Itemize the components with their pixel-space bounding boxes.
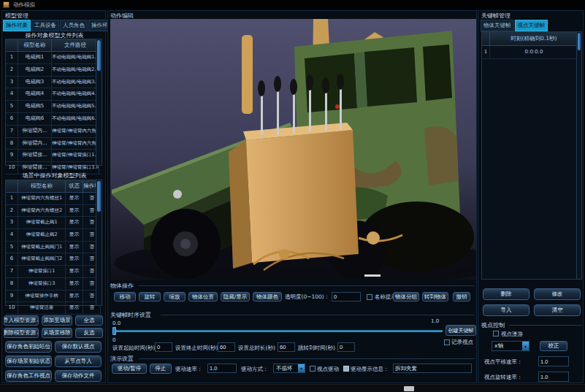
taskbar-icon[interactable] [404,386,414,391]
tab-viewpoint-keyframe[interactable]: 视点关键帧 [515,20,548,31]
right-panel-title: 关键帧管理 [481,12,511,20]
drive-info-input[interactable] [393,364,472,373]
axis-select[interactable]: x轴 ▾ [492,341,529,351]
stop-button[interactable]: 停止 [150,364,172,374]
start-time-input[interactable] [155,342,172,352]
table-row[interactable]: 6 电磁阀6 不动电磁阀/电磁阀6.ive [6,113,102,126]
scrollbar-thumb[interactable] [97,181,101,212]
name-hint-checkbox[interactable] [367,294,372,300]
import-from-node-button[interactable]: 从节点导入 [55,356,102,367]
tab-operation-object[interactable]: 操作对象 [3,20,31,31]
table-row[interactable]: 2 伸缩臂内六角螺丝2 显示 否 [6,205,102,218]
create-keyframe-button[interactable]: 创建关键帧 [446,325,476,336]
opacity-label: 透明度(0~100)： [285,293,329,301]
table-row[interactable]: 5 电磁阀5 不动电磁阀/电磁阀5.ive [6,101,102,113]
save-default-view-button[interactable]: 保存默认视点 [55,341,102,353]
scale-button[interactable]: 缩放 [164,292,186,301]
add-to-scene-button[interactable]: 添加至场景 [42,315,72,326]
correct-button[interactable]: 校正 [540,341,567,351]
import-keyframe-button[interactable]: 导入 [483,304,529,316]
keyframe-table-scrollbar[interactable] [576,32,581,279]
drive-pause-button[interactable]: 驱动/暂停 [112,364,147,374]
tab-personnel-role[interactable]: 人员角色 [60,20,88,31]
table-row[interactable]: 9 伸缩臂操作手柄 显示 否 [6,291,102,303]
dropdown-arrow-icon: ▾ [522,342,529,350]
tab-object-keyframe[interactable]: 物体关键帧 [481,20,514,31]
save-action-file-button[interactable]: 保存动作文件 [55,370,102,382]
drive-info-label: 驱动显示信息： [351,366,389,373]
table-row[interactable]: 2 电磁阀2 不动电磁阀/电磁阀2.ive [6,64,102,77]
table-row[interactable]: 7 伸缩臂接口1 显示 否 [6,266,102,278]
modify-keyframe-button[interactable]: 修改 [534,288,581,300]
record-viewpoint-label: 记录视点 [451,339,473,346]
scrollbar-thumb[interactable] [97,40,101,71]
title-bar: 动作模拟 [0,0,585,9]
delete-keyframe-button[interactable]: 删除 [483,288,529,300]
table-row[interactable]: 3 伸缩臂截止阀1 显示 否 [6,217,102,229]
object-group-button[interactable]: 物体分组 [393,292,419,301]
delete-model-button[interactable]: 删除模型资源▾ [4,328,39,338]
scene-table-scrollbar[interactable] [96,180,102,305]
jump-time-input[interactable] [337,342,355,352]
undo-button[interactable]: 撤销 [453,292,470,301]
table-row[interactable]: 5 伸缩臂截止阀阀门1 显示 否 [6,242,102,254]
app-icon [3,1,9,8]
import-model-button[interactable]: 导入模型资源▾ [4,315,39,326]
hide-show-button[interactable]: 隐藏/显示 [221,292,250,301]
viewpoint-roam-checkbox[interactable] [493,331,499,337]
model-management-panel: 模型管理 操作对象 工具设备 人员角色 操作环境 操作对象模型文件列表 模型名称… [1,10,106,383]
action-edit-panel: 动作编辑 [107,10,477,383]
timeline-slider-track[interactable] [112,330,443,332]
table-row[interactable]: 6 伸缩臂截止阀阀门2 显示 否 [6,253,102,266]
slider-handle[interactable] [112,327,116,335]
viewport-3d[interactable] [110,19,476,280]
start-time-label: 设置起始时间(秒)： [112,345,161,352]
save-role-init-pos-button[interactable]: 保存角色初始站位 [5,341,52,353]
table-row[interactable]: 1 伸缩臂内六角螺丝1 显示 否 [6,193,102,205]
goto-object-button[interactable]: 转到物体 [422,292,448,301]
keyframe-tabs: 物体关键帧 视点关键帧 [481,20,548,31]
opacity-input[interactable] [332,292,361,301]
table-row[interactable]: 8 伸缩臂接口3 显示 否 [6,278,102,291]
table-row[interactable]: 3 电磁阀3 不动电磁阀/电磁阀3.ive [6,77,102,89]
object-position-button[interactable]: 物体位置 [188,292,218,301]
remove-from-scene-button[interactable]: 从场景移除 [42,328,72,338]
rotate-button[interactable]: 旋转 [139,292,161,301]
drive-info-checkbox[interactable] [343,366,349,372]
table-row[interactable]: 10 伸缩臂活塞 显示 否 [6,302,102,315]
save-role-work-view-button[interactable]: 保存角色工作视点 [5,370,52,382]
col-model-name: 模型名称 [18,39,52,51]
rot-rate-input[interactable] [538,372,569,382]
jump-time-label: 跳转到时间(秒)： [298,345,340,352]
total-duration-input[interactable] [278,342,295,352]
table-row[interactable]: 8 伸缩臂内... 伸缩臂/伸缩臂内六角螺丝... [6,138,102,150]
object-color-button[interactable]: 物体颜色 [253,292,282,301]
drive-rate-label: 驱动速率： [175,366,203,373]
select-all-button[interactable]: 全选 [75,315,103,326]
drive-mode-select[interactable]: 不循环 ▾ [273,364,305,373]
invert-select-button[interactable]: 反选 [75,328,103,338]
table-row[interactable]: 7 伸缩臂内... 伸缩臂/伸缩臂内六角螺丝... [6,126,102,138]
file-table-scrollbar[interactable] [96,39,102,165]
table-row[interactable]: 1 电磁阀1 不动电磁阀/电磁阀1.ive [6,52,102,64]
drive-rate-input[interactable] [207,364,237,373]
viewpoint-drive-label: 视点驱动 [317,366,339,373]
table-row[interactable]: 4 伸缩臂截止阀2 显示 否 [6,229,102,242]
keyframe-table-header: 时刻(精确到0.1秒) [482,32,581,46]
clear-keyframe-button[interactable]: 清空 [534,304,581,316]
table-row[interactable]: 1 0:0:0.0 [482,46,581,59]
move-button[interactable]: 移动 [114,292,136,301]
table-row[interactable]: 9 伸缩臂接... 伸缩臂/伸缩臂接口1.ive [6,150,102,162]
slider-value-label: 0 [112,337,115,344]
window-title: 动作模拟 [13,1,35,9]
end-time-input[interactable] [218,342,235,352]
tab-tool-equipment[interactable]: 工具设备 [31,20,59,31]
slider-min-label: 0.0 [112,320,121,327]
scrollbar-thumb[interactable] [578,33,581,50]
viewpoint-drive-checkbox[interactable] [310,366,316,372]
save-scene-init-state-button[interactable]: 保存场景初始状态 [5,356,52,367]
record-viewpoint-checkbox[interactable] [444,339,450,345]
col-corner [6,39,18,51]
pan-rate-input[interactable] [538,356,569,366]
table-row[interactable]: 4 电磁阀4 不动电磁阀/电磁阀4.ive [6,88,102,101]
